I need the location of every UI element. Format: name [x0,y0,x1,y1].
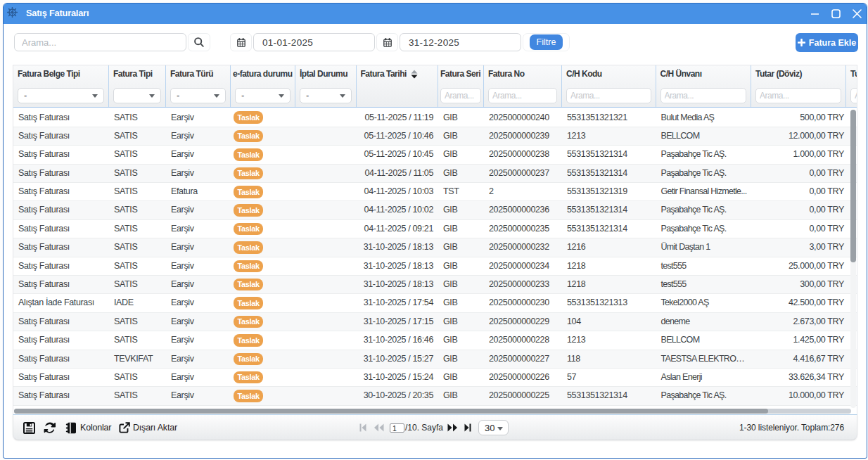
table-row[interactable]: Satış FaturasıSATISEarşivTaslak04-11-202… [13,201,857,219]
close-button[interactable] [853,9,862,18]
page-number-input[interactable] [390,423,404,433]
export-button[interactable]: Dışarı Aktar [119,415,177,440]
columns-button[interactable]: Kolonlar [65,415,111,440]
save-layout-button[interactable] [23,415,35,440]
cell-iptal [295,109,357,127]
date-from-input[interactable] [253,33,375,51]
column-header-1[interactable]: Fatura Tipi [109,65,166,83]
cell-turu: Earşiv [166,387,231,404]
cell-doviz: 3,00 TRY [751,238,846,256]
cell-tarih: 31-10-2025 / 15:27 [357,350,439,368]
cell-no: 2025000000230 [484,294,562,312]
filter-input-11[interactable] [850,88,857,103]
column-header-label: C/H Kodu [566,69,602,79]
minimize-button[interactable] [810,9,819,18]
search-input[interactable] [14,33,186,51]
table-row[interactable]: Satış FaturasıSATISEarşivTaslak31-10-202… [13,369,857,387]
column-header-7[interactable]: Fatura No [484,65,562,83]
cell-iptal [295,127,357,145]
filter-button[interactable]: Filtre [530,34,563,50]
cell-seri: GIB [438,294,484,312]
cell-tarih: 05-11-2025 / 11:19 [357,109,439,127]
first-page-button[interactable] [359,415,366,440]
cell-belge: Satış Faturası [13,146,109,163]
table-row[interactable]: Satış FaturasıSATISEarşivTaslak31-10-202… [13,313,857,331]
status-badge: Taslak [234,111,263,124]
date-to-input[interactable] [400,33,521,51]
column-header-5[interactable]: Fatura Tarihi [357,65,439,83]
table-row[interactable]: Satış FaturasıSATISEarşivTaslak31-10-202… [13,276,857,294]
cell-doviz: 4.416,67 TRY [751,350,846,368]
cell-no: 2025000000229 [484,313,562,331]
table-row[interactable]: Satış FaturasıSATISEarşivTaslak04-11-202… [13,220,857,238]
table-row[interactable]: Satış FaturasıSATISEarşivTaslak31-10-202… [13,257,857,276]
add-invoice-button[interactable]: Fatura Ekle [796,33,858,52]
filter-select-value: - [241,90,244,101]
filter-cell-3: - [231,83,295,107]
calendar-to-button[interactable] [376,33,398,51]
cell-unvan: Bulut Media AŞ [656,109,752,127]
table-row[interactable]: Satış FaturasıSATISEarşivTaslak05-11-202… [13,109,857,127]
chevron-down-icon [214,94,219,98]
column-header-0[interactable]: Fatura Belge Tipi [13,65,109,83]
cell-belge: Satış Faturası [13,276,109,293]
table-row[interactable]: Satış FaturasıSATISEarşivTaslak05-11-202… [13,146,857,164]
cell-kod: 1213 [562,331,656,349]
calendar-from-button[interactable] [230,33,252,51]
vertical-scrollbar-thumb[interactable] [850,110,856,262]
column-header-6[interactable]: Fatura Seri [438,65,484,83]
filter-select-3[interactable]: - [235,88,291,103]
table-row[interactable]: Alıştan İade FaturasıIADEEarşivTaslak31-… [13,294,857,312]
cell-no: 2025000000239 [484,127,562,145]
column-header-10[interactable]: Tutar (Döviz) [751,65,846,83]
filter-input-9[interactable] [660,88,747,103]
search-icon [193,37,205,48]
filter-input-7[interactable] [488,88,557,103]
filter-select-0[interactable]: - [18,88,104,103]
cell-seri: GIB [438,201,484,219]
last-page-button[interactable] [464,415,471,440]
next-page-button[interactable] [447,415,458,440]
horizontal-scrollbar[interactable] [14,409,851,414]
prev-page-button[interactable] [374,415,384,440]
cell-turu: Efatura [166,183,231,200]
cell-unvan: TAESTSA ELEKTRONİK ... [656,350,752,368]
horizontal-scrollbar-thumb[interactable] [14,409,768,414]
table-row[interactable]: Satış FaturasıSATISEarşivTaslak30-10-202… [13,387,857,405]
prev-page-icon [374,423,384,432]
calendar-icon [237,38,245,47]
table-row[interactable]: Satış FaturasıTEVKIFATEarşivTaslak31-10-… [13,350,857,369]
column-header-11[interactable]: Tutar (TL) [846,65,857,83]
table-row[interactable]: Satış FaturasıSATISEarşivTaslak05-11-202… [13,127,857,146]
table-row[interactable]: Satış FaturasıSATISEarşivTaslak04-11-202… [13,165,857,183]
filter-select-2[interactable]: - [170,88,226,103]
filter-select-1[interactable] [113,88,161,103]
maximize-button[interactable] [831,9,841,18]
status-badge: Taslak [234,167,263,180]
cell-seri: GIB [438,387,484,404]
filter-input-10[interactable] [755,88,841,103]
column-header-9[interactable]: C/H Ünvanı [656,65,752,83]
table-row[interactable]: Satış FaturasıSATISEarşivTaslak31-10-202… [13,238,857,257]
page-size-select[interactable]: 30 [478,420,509,435]
cell-kod: 57 [562,369,656,386]
column-header-4[interactable]: İptal Durumu [295,65,357,83]
column-header-8[interactable]: C/H Kodu [562,65,656,83]
table-row[interactable]: Satış FaturasıSATISEfaturaTaslak04-11-20… [13,183,857,201]
table-row[interactable]: Satış FaturasıSATISEarşivTaslak31-10-202… [13,331,857,350]
refresh-button[interactable] [44,415,56,440]
column-header-2[interactable]: Fatura Türü [166,65,231,83]
cell-tipi: SATIS [109,165,166,182]
search-button[interactable] [188,33,210,51]
cell-kod: 1213 [562,127,656,145]
cell-tarih: 31-10-2025 / 18:13 [357,257,439,275]
column-header-3[interactable]: e-fatura durumu [231,65,295,83]
filter-input-6[interactable] [440,88,481,103]
filter-input-8[interactable] [566,88,651,103]
cell-turu: Earşiv [166,350,231,368]
cell-unvan: BELLCOM [656,127,752,145]
cell-turu: Earşiv [166,257,231,275]
filter-select-4[interactable]: - [300,88,352,103]
vertical-scrollbar[interactable] [850,110,856,408]
cell-tipi: SATIS [109,257,166,275]
